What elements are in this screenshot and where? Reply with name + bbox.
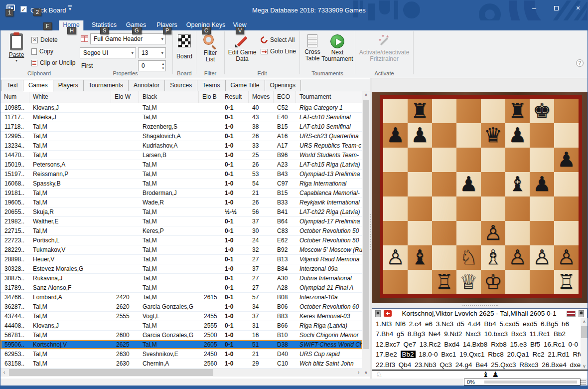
black-king-g8[interactable]: ♚ [530,99,554,123]
column-header-white[interactable]: White [29,91,111,103]
table-row[interactable]: 59506..Kortschnoj,V2625Tal,M26050-151D38… [0,340,362,350]
table-row[interactable]: 21982..Walther,ETal,M0-137B64Olympiad-17… [0,217,362,226]
paste-button[interactable]: Paste ▾ [4,33,28,63]
table-row[interactable]: 10985..Klovans,JTal,M0-140C52Riga Catego… [0,103,362,113]
column-header-black[interactable]: Black [139,91,199,103]
square-c2[interactable] [432,245,456,270]
goto-line-button[interactable]: Goto Line [261,47,296,56]
square-a4[interactable] [383,196,408,221]
square-f1[interactable] [505,270,530,294]
splitter-grip-icon[interactable] [370,214,371,250]
fritztrainer-button[interactable]: ★★★ Activate/deactivate Fritztrainer [356,34,412,62]
square-d7[interactable] [456,123,481,148]
table-row[interactable]: 62953..Tal,M2630Sveshnikov,E24501-021D40… [0,350,362,359]
table-row[interactable]: 12995..Tal,MShagalovich,A0-126A16URS-ch2… [0,132,362,141]
square-h7[interactable] [554,123,579,148]
square-g7[interactable] [530,123,554,148]
black-pawn-h6[interactable]: ♟ [554,148,579,172]
board-panel-grip-icon[interactable] [462,305,498,307]
resize-grip-icon[interactable] [580,380,586,385]
doc-tab-teams[interactable]: Teams [197,80,225,91]
table-row[interactable]: 43744..Tal,M2555Vogt,L24551-037B83Keres … [0,312,362,321]
notation-scroll-up-icon[interactable]: ∧ [581,318,588,325]
square-g1[interactable] [530,270,554,294]
close-button[interactable]: × [573,3,584,12]
doc-tab-openings[interactable]: Openings [265,80,301,91]
square-a5[interactable] [383,172,408,196]
moves-text[interactable]: 18.0-0 Bxc1 19.Qxc1 Rbc8 20.Qa1 Rc2 21.R… [416,351,587,358]
square-h5[interactable] [554,172,579,196]
clip-or-unclip-button[interactable]: Clip or Unclip [31,58,75,67]
font-size-combo[interactable]: 13▾ [138,47,166,58]
black-bishop-f5[interactable]: ♝ [505,172,530,196]
column-header-moves[interactable]: Moves [249,91,274,103]
column-header-elo-w[interactable]: Elo W [111,91,139,103]
table-row[interactable]: 11717..Mileika,JTal,M0-143E40LAT-ch10 Se… [0,113,362,122]
doc-tab-sources[interactable]: Sources [165,80,197,91]
table-row[interactable]: 22715..Tal,MKeres,P0-130C83October Revol… [0,226,362,236]
table-vertical-scrollbar[interactable]: ∧ ∨ [362,91,370,377]
white-pawn-h2[interactable]: ♙ [554,245,579,270]
square-g3[interactable] [530,221,554,245]
square-a6[interactable] [383,148,408,172]
select-all-button[interactable]: Select All [261,35,294,44]
table-header[interactable]: NumWhiteElo WBlackElo BResultMovesECOTou… [0,91,362,103]
white-bishop-e2[interactable]: ♗ [481,245,505,270]
paste-dropdown-icon[interactable]: ▾ [4,58,28,63]
black-pawn-g5[interactable]: ♟ [530,172,554,196]
white-pawn-g2[interactable]: ♙ [530,245,554,270]
white-pawn-f2[interactable]: ♙ [505,245,530,270]
square-b5[interactable] [408,172,432,196]
column-header-result[interactable]: Result [221,91,249,103]
white-king-e1[interactable]: ♔ [481,270,505,294]
notation-line[interactable]: 1.Nf3 Nf6 2.c4 e6 3.Nc3 d5 4.d4 Bb4 5.cx… [376,319,577,329]
table-row[interactable]: 14470..Tal,MLarsen,B1-025B96World Studen… [0,151,362,160]
square-b6[interactable] [408,148,432,172]
table-row[interactable]: 31789..Sanz Alonso,FTal,M0-127A28Olympia… [0,283,362,293]
notation-line[interactable]: 12.Bxc7 Qe7 13.Rc2 Bxd4 14.Bxb8 Rxb8 15.… [376,340,577,350]
notation-scroll-down-icon[interactable]: ∨ [581,363,588,370]
current-move-highlight[interactable]: Bb2 [401,351,416,358]
square-c7[interactable] [432,123,456,148]
square-d4[interactable] [456,196,481,221]
table-row[interactable]: 13234..Tal,MKudriashov,A1-033A17URS Repu… [0,141,362,151]
square-e5[interactable] [481,172,505,196]
square-b4[interactable] [408,196,432,221]
column-header-elo-b[interactable]: Elo B [199,91,221,103]
column-header-num[interactable]: Num [0,91,29,103]
black-pawn-f7[interactable]: ♟ [505,123,530,148]
doc-tab-games[interactable]: Games [23,80,53,92]
table-row[interactable]: 56781..Tal,M2600Garcia Gonzales,G25001-0… [0,331,362,340]
square-f3[interactable] [505,221,530,245]
table-row[interactable]: 30875..Rukavina,JTal,M0-127A30Dubna Inte… [0,274,362,283]
doc-tab-annotator[interactable]: Annotator [129,80,165,91]
square-g4[interactable] [530,196,554,221]
black-rook-f8[interactable]: ♜ [505,99,530,123]
white-knight-d2[interactable]: ♘ [456,245,481,270]
square-d8[interactable] [456,99,481,123]
moves-text[interactable]: 17.Be2 [376,351,401,358]
square-b3[interactable] [408,221,432,245]
table-row[interactable]: 11718..Tal,MRozenberg,S1-038B15LAT-ch10 … [0,122,362,132]
moves-text[interactable]: 7.Bh4 g5 8.Bg3 Ne4 9.Nd2 Nxc3 10.bxc3 Bx… [376,330,566,338]
table-row[interactable]: 20655..Skuja,RTal,M½-½56B41LAT-ch22 Riga… [0,207,362,217]
square-h8[interactable] [554,99,579,123]
game-caption-bar[interactable]: Kortschnoj,Viktor Lvovich 2625 - Tal,Mih… [372,308,588,319]
scroll-right-icon[interactable]: › [355,369,362,377]
notation-line[interactable]: 7.Bh4 g5 8.Bg3 Ne4 9.Nd2 Nxc3 10.bxc3 Bx… [376,329,577,339]
square-d3[interactable] [456,221,481,245]
table-row[interactable]: 36287..Tal,M2620Garcia Gonzales,G1-034B0… [0,302,362,312]
table-row[interactable]: 15019..Petersons,ATal,M0-126A23LAT-ch15 … [0,160,362,170]
table-row[interactable]: 63158..Tal,M2630Chernin,A25601-029C10Wch… [0,359,362,369]
square-h4[interactable] [554,196,579,221]
notation-line[interactable]: 17.Be2 Bb2 18.0-0 Bxc1 19.Qxc1 Rbc8 20.Q… [376,350,577,360]
moves-text[interactable]: 1.Nf3 Nf6 2.c4 e6 3.Nc3 d5 4.d4 Bb4 5.cx… [376,320,569,328]
black-pawn-b7[interactable]: ♟ [408,123,432,148]
table-row[interactable]: 16068..Spassky,BTal,M1-054C97Riga Intern… [0,179,362,189]
white-queen-d1[interactable]: ♕ [456,270,481,294]
square-g6[interactable] [530,148,554,172]
table-row[interactable]: 30328..Estevez Morales,GTal,M1-037B84Int… [0,264,362,274]
qat-customize-icon[interactable]: ▾ [68,5,72,11]
table-row[interactable]: 34766..Lombard,A2420Tal,M26150-157B08Int… [0,293,362,302]
notation-line[interactable]: 22.Bf3 Qb4 23.Nb3 Qc3 24.g4 Be4 25.Qxc3 … [376,360,577,370]
